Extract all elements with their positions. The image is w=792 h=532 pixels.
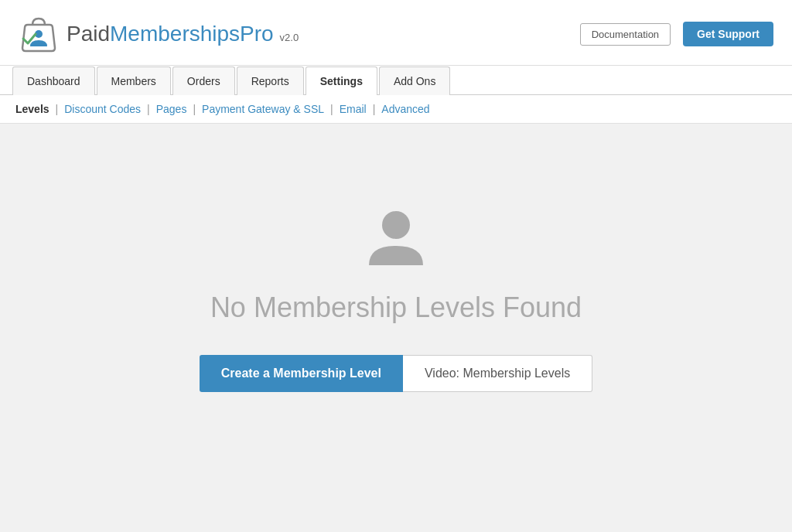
empty-state-icon — [361, 203, 431, 273]
video-membership-levels-button[interactable]: Video: Membership Levels — [403, 355, 592, 392]
tab-add-ons[interactable]: Add Ons — [379, 66, 450, 95]
sub-nav-sep-1: | — [56, 103, 59, 115]
header: PaidMembershipsPro v2.0 Documentation Ge… — [0, 0, 792, 66]
documentation-button[interactable]: Documentation — [580, 23, 671, 46]
subnav-payment-gateway[interactable]: Payment Gateway & SSL — [202, 103, 324, 115]
subnav-pages[interactable]: Pages — [156, 103, 187, 115]
sub-nav-sep-3: | — [193, 103, 196, 115]
tab-reports[interactable]: Reports — [237, 66, 304, 95]
tab-settings[interactable]: Settings — [306, 66, 377, 95]
sub-nav-sep-2: | — [147, 103, 150, 115]
subnav-discount-codes[interactable]: Discount Codes — [64, 103, 141, 115]
subnav-levels[interactable]: Levels — [15, 103, 50, 115]
tab-members[interactable]: Members — [97, 66, 171, 95]
subnav-advanced[interactable]: Advanced — [381, 103, 429, 115]
empty-state-title: No Membership Levels Found — [210, 292, 582, 324]
svg-point-1 — [382, 211, 410, 239]
logo-text: PaidMembershipsPro v2.0 — [67, 22, 299, 46]
subnav-email[interactable]: Email — [340, 103, 367, 115]
get-support-button[interactable]: Get Support — [683, 22, 773, 46]
sub-nav-sep-4: | — [330, 103, 333, 115]
logo-area: PaidMembershipsPro v2.0 — [19, 14, 568, 54]
sub-nav: Levels | Discount Codes | Pages | Paymen… — [0, 95, 792, 124]
tab-orders[interactable]: Orders — [172, 66, 235, 95]
action-buttons: Create a Membership Level Video: Members… — [200, 355, 592, 392]
main-content: No Membership Levels Found Create a Memb… — [0, 124, 792, 456]
sub-nav-sep-5: | — [373, 103, 376, 115]
logo-icon — [19, 14, 59, 54]
create-membership-level-button[interactable]: Create a Membership Level — [200, 355, 403, 392]
page-wrapper: PaidMembershipsPro v2.0 Documentation Ge… — [0, 0, 792, 532]
nav-tabs: Dashboard Members Orders Reports Setting… — [0, 66, 792, 95]
tab-dashboard[interactable]: Dashboard — [12, 66, 95, 95]
